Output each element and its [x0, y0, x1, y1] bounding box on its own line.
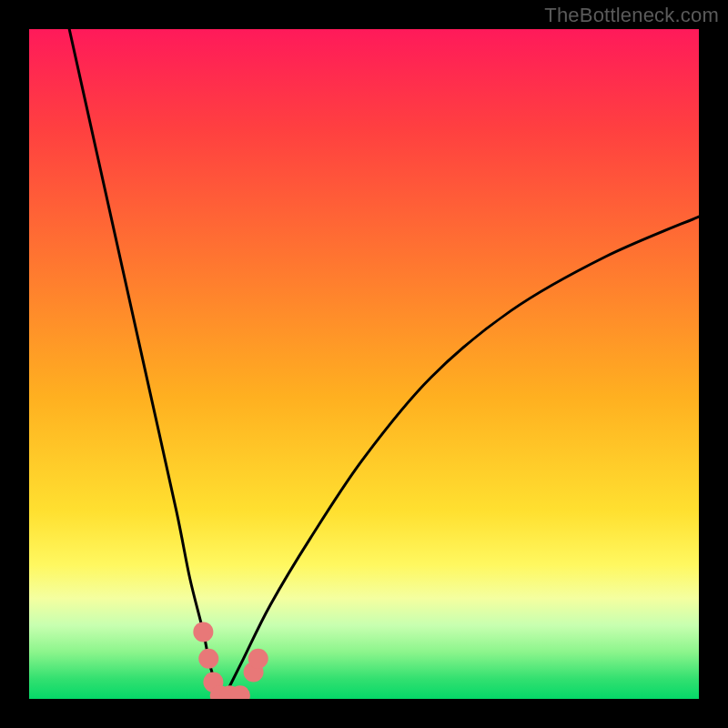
marker-dot — [248, 649, 268, 669]
bottleneck-curve-svg — [29, 29, 699, 699]
watermark-text: TheBottleneck.com — [544, 4, 719, 27]
chart-plot-area — [29, 29, 699, 699]
marker-dot — [198, 649, 218, 669]
marker-dot — [193, 622, 213, 642]
bottleneck-curve-path — [69, 29, 699, 699]
curve-group — [69, 29, 699, 699]
